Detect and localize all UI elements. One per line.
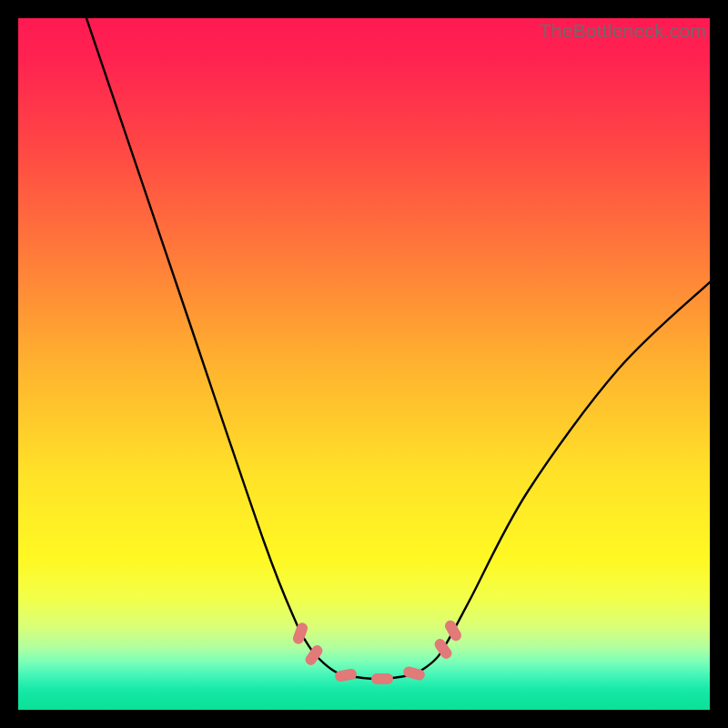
marker-pill <box>334 668 358 682</box>
marker-pill <box>432 637 454 662</box>
chart-frame: TheBottleneck.com <box>0 0 728 728</box>
curve-layer <box>18 18 710 710</box>
marker-pill <box>402 665 426 682</box>
watermark-text: TheBottleneck.com <box>540 20 706 42</box>
marker-pill <box>443 619 463 643</box>
curve-markers <box>291 619 463 684</box>
marker-pill <box>303 643 325 668</box>
plot-area: TheBottleneck.com <box>18 18 710 710</box>
bottleneck-curve <box>86 18 710 679</box>
marker-pill <box>371 673 393 684</box>
